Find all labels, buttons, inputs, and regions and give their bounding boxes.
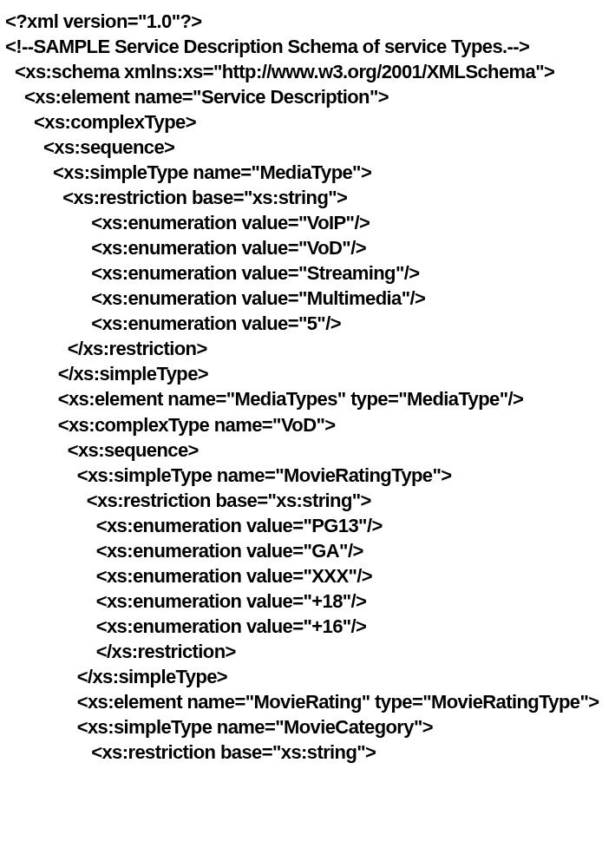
code-line: </xs:restriction> [5, 336, 610, 361]
code-line: </xs:simpleType> [5, 361, 610, 386]
code-line: <xs:enumeration value="XXX"/> [5, 563, 610, 589]
code-line: <!--SAMPLE Service Description Schema of… [5, 34, 610, 59]
code-line: <xs:enumeration value="+16"/> [5, 614, 610, 639]
code-line: <xs:schema xmlns:xs="http://www.w3.org/2… [5, 59, 610, 84]
code-line: <xs:enumeration value="5"/> [5, 311, 610, 336]
code-line: <xs:element name="Service Description"> [5, 84, 610, 109]
code-line: </xs:restriction> [5, 639, 610, 664]
code-line: <xs:sequence> [5, 437, 610, 463]
code-line: <xs:simpleType name="MediaType"> [5, 160, 610, 185]
code-line: <xs:enumeration value="PG13"/> [5, 513, 610, 538]
code-line: <xs:simpleType name="MovieCategory"> [5, 714, 610, 740]
code-line: <xs:enumeration value="VoIP"/> [5, 210, 610, 235]
code-line: <xs:restriction base="xs:string"> [5, 488, 610, 513]
code-line: </xs:simpleType> [5, 664, 610, 689]
code-line: <xs:enumeration value="Multimedia"/> [5, 286, 610, 311]
code-line: <xs:enumeration value="VoD"/> [5, 235, 610, 260]
code-line: <xs:sequence> [5, 135, 610, 160]
code-line: <xs:restriction base="xs:string"> [5, 185, 610, 210]
code-line: <xs:enumeration value="+18"/> [5, 589, 610, 614]
xml-code-block: <?xml version="1.0"?><!--SAMPLE Service … [0, 0, 615, 773]
code-line: <xs:element name="MediaTypes" type="Medi… [5, 386, 610, 411]
code-line: <xs:complexType> [5, 109, 610, 135]
code-line: <xs:element name="MovieRating" type="Mov… [5, 689, 610, 714]
code-line: <xs:simpleType name="MovieRatingType"> [5, 463, 610, 488]
code-line: <?xml version="1.0"?> [5, 9, 610, 34]
code-line: <xs:enumeration value="GA"/> [5, 538, 610, 563]
code-line: <xs:complexType name="VoD"> [5, 412, 610, 437]
code-line: <xs:restriction base="xs:string"> [5, 740, 610, 765]
code-line: <xs:enumeration value="Streaming"/> [5, 260, 610, 286]
